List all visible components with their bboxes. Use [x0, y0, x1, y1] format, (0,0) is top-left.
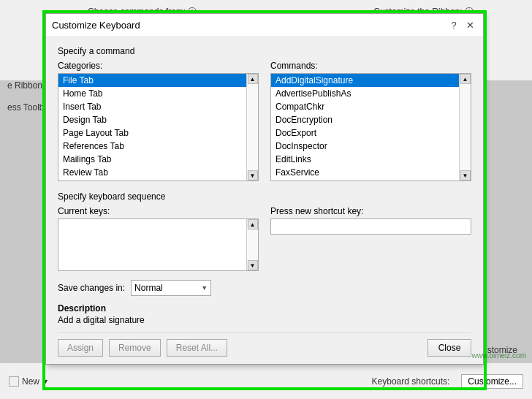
watermark: www.bimeiz.com: [472, 352, 526, 360]
list-item[interactable]: AdvertisePublishAs: [271, 87, 459, 100]
scroll-track: [247, 84, 258, 170]
save-changes-row: Save changes in: Normal ▼: [58, 280, 471, 296]
keys-scroll-up[interactable]: ▲: [248, 219, 258, 229]
toolbar-partial-label: ess Toolba: [7, 102, 49, 113]
list-item[interactable]: References Tab: [58, 140, 246, 153]
dialog-title-bar: Customize Keyboard ? ✕: [46, 14, 483, 37]
scroll-up-arrow[interactable]: ▲: [248, 74, 258, 84]
close-dialog-button[interactable]: Close: [428, 339, 471, 357]
ribbon-partial-label: e Ribbon: [7, 80, 42, 91]
list-item[interactable]: CompatChkr: [271, 100, 459, 113]
list-item[interactable]: AddDigitalSignature: [271, 74, 459, 87]
categories-listbox-wrapper: File TabHome TabInsert TabDesign TabPage…: [58, 73, 259, 181]
current-keys-label: Current keys:: [58, 206, 259, 216]
description-title: Description: [58, 303, 471, 314]
categories-scrollbar[interactable]: ▲ ▼: [246, 74, 258, 180]
commands-col: Commands: AddDigitalSignatureAdvertisePu…: [270, 61, 471, 181]
commands-label: Commands:: [270, 61, 471, 71]
remove-button[interactable]: Remove: [109, 339, 161, 357]
dropdown-arrow-icon: ▼: [201, 284, 208, 292]
keys-scroll-down[interactable]: ▼: [248, 260, 258, 270]
new-shortcut-input[interactable]: [270, 218, 471, 235]
dialog-content: Specify a command Categories: File TabHo…: [46, 37, 483, 364]
reset-all-button[interactable]: Reset All...: [167, 339, 227, 357]
cmd-scroll-down-arrow[interactable]: ▼: [460, 170, 471, 180]
keys-scrollbar[interactable]: ▲ ▼: [246, 219, 258, 270]
description-text: Add a digital signature: [58, 315, 471, 325]
list-item[interactable]: Design Tab: [58, 113, 246, 126]
categories-col: Categories: File TabHome TabInsert TabDe…: [58, 61, 259, 181]
cmd-scroll-up-arrow[interactable]: ▲: [460, 74, 471, 84]
list-item[interactable]: Home Tab: [58, 87, 246, 100]
new-label: New: [22, 376, 39, 387]
list-item[interactable]: Page Layout Tab: [58, 126, 246, 140]
scroll-down-arrow[interactable]: ▼: [248, 170, 258, 180]
list-item[interactable]: EditLinks: [271, 153, 459, 166]
customize-button[interactable]: Customize...: [461, 374, 523, 389]
dialog-bottom-buttons: Assign Remove Reset All... Close: [58, 332, 471, 357]
current-keys-box-wrapper: ▲ ▼: [58, 218, 259, 271]
title-bar-buttons: ? ✕: [446, 18, 477, 33]
list-item[interactable]: DocEncryption: [271, 113, 459, 126]
keyboard-two-col: Current keys: ▲ ▼ Press new shortcut key…: [58, 206, 471, 271]
new-dropdown-arrow: ▼: [42, 378, 49, 385]
help-button[interactable]: ?: [446, 18, 461, 33]
press-new-shortcut-label: Press new shortcut key:: [270, 206, 471, 216]
word-bottom-bar: New ▼ Keyboard shortcuts: Customize...: [0, 362, 532, 399]
list-item[interactable]: DocInspector: [271, 140, 459, 153]
dialog-close-button[interactable]: ✕: [463, 18, 477, 33]
commands-listbox-wrapper: AddDigitalSignatureAdvertisePublishAsCom…: [270, 73, 471, 181]
categories-commands-section: Categories: File TabHome TabInsert TabDe…: [58, 61, 471, 181]
keyboard-sequence-section: Specify keyboard sequence Current keys: …: [58, 191, 471, 271]
specify-command-label: Specify a command: [58, 46, 471, 56]
description-section: Description Add a digital signature: [58, 303, 471, 325]
keys-scroll-track: [247, 229, 258, 260]
save-changes-dropdown[interactable]: Normal ▼: [131, 280, 211, 296]
cmd-scroll-track: [460, 84, 471, 170]
keyboard-sequence-title: Specify keyboard sequence: [58, 191, 471, 202]
customize-keyboard-dialog: Customize Keyboard ? ✕ Specify a command…: [45, 13, 484, 365]
current-keys-box[interactable]: [58, 219, 246, 270]
save-changes-value: Normal: [134, 283, 198, 293]
keyboard-shortcuts-label: Keyboard shortcuts:: [372, 376, 450, 387]
commands-scrollbar[interactable]: ▲ ▼: [459, 74, 471, 180]
list-item[interactable]: Insert Tab: [58, 100, 246, 113]
categories-label: Categories:: [58, 61, 259, 71]
assign-button[interactable]: Assign: [58, 339, 103, 357]
list-item[interactable]: FaxService: [271, 166, 459, 179]
list-item[interactable]: DocExport: [271, 126, 459, 140]
new-shortcut-col: Press new shortcut key:: [270, 206, 471, 235]
save-changes-label: Save changes in:: [58, 283, 125, 293]
current-keys-col: Current keys: ▲ ▼: [58, 206, 259, 271]
dialog-title: Customize Keyboard: [52, 20, 140, 31]
new-dropdown[interactable]: New ▼: [9, 376, 49, 387]
list-item[interactable]: Mailings Tab: [58, 153, 246, 166]
list-item[interactable]: Review Tab: [58, 166, 246, 179]
checkbox-icon: [9, 376, 19, 387]
list-item[interactable]: File Tab: [58, 74, 246, 87]
commands-listbox[interactable]: AddDigitalSignatureAdvertisePublishAsCom…: [271, 74, 459, 180]
categories-listbox[interactable]: File TabHome TabInsert TabDesign TabPage…: [58, 74, 246, 180]
